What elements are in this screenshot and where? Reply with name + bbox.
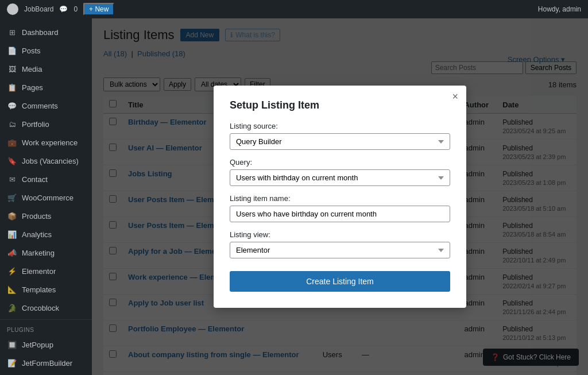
sidebar-item-label: Posts [22, 47, 41, 55]
sidebar-item-templates[interactable]: 📐 Templates [0, 280, 92, 299]
sidebar-item-marketing[interactable]: 📣 Marketing [0, 243, 92, 262]
modal-title: Setup Listing Item [230, 99, 450, 111]
site-name-link[interactable]: JobBoard [24, 5, 53, 13]
sidebar-item-label: JetPopup [22, 341, 53, 349]
modal-overlay: × Setup Listing Item Listing source: Que… [92, 18, 588, 375]
templates-icon: 📐 [7, 284, 17, 295]
elementor-icon: ⚡ [7, 266, 17, 276]
sidebar-item-contact[interactable]: ✉ Contact [0, 170, 92, 188]
create-listing-item-button[interactable]: Create Listing Item [230, 271, 450, 292]
sidebar-item-label: Elementor [22, 267, 56, 276]
sidebar-item-label: Products [22, 212, 51, 221]
sidebar-item-comments[interactable]: 💬 Comments [0, 96, 92, 115]
pages-icon: 📋 [7, 82, 17, 92]
listing-source-select[interactable]: Query BuilderPostsUsersTermsWooCommerce … [230, 133, 450, 150]
sidebar-item-label: Comments [22, 102, 58, 110]
sidebar-item-label: Work experience [22, 138, 78, 147]
sidebar-item-label: Marketing [22, 249, 55, 257]
sidebar-item-label: Jobs (Vacancies) [22, 157, 79, 165]
listing-view-label: Listing view: [230, 230, 450, 239]
listing-item-name-label: Listing item name: [230, 194, 450, 203]
sidebar-item-crocoblock[interactable]: 🐊 Crocoblock [0, 299, 92, 317]
query-group: Query: Users with birthday on current mo… [230, 158, 450, 186]
wp-logo-icon [7, 3, 18, 15]
query-label: Query: [230, 158, 450, 167]
admin-bar-right: Howdy, admin [538, 5, 581, 13]
sidebar-item-label: JetFormBuilder [22, 359, 72, 368]
media-icon: 🖼 [7, 64, 17, 74]
products-icon: 📦 [7, 211, 17, 221]
sidebar: ⊞ Dashboard 📄 Posts 🖼 Media 📋 Pages 💬 Co… [0, 18, 92, 375]
listing-view-select[interactable]: ElementorBlocksPHP [230, 242, 450, 258]
marketing-icon: 📣 [7, 248, 17, 258]
sidebar-item-label: Contact [22, 175, 48, 184]
sidebar-item-products[interactable]: 📦 Products [0, 207, 92, 225]
listing-item-name-input[interactable] [230, 206, 450, 222]
woo-icon: 🛒 [7, 192, 17, 203]
new-button[interactable]: + New [83, 3, 114, 16]
query-select[interactable]: Users with birthday on current monthAll … [230, 169, 450, 186]
posts-icon: 📄 [7, 45, 17, 56]
sidebar-item-media[interactable]: 🖼 Media [0, 60, 92, 78]
sidebar-item-label: Crocoblock [22, 304, 59, 312]
sidebar-item-label: WooCommerce [22, 194, 74, 202]
sidebar-item-woocommerce[interactable]: 🛒 WooCommerce [0, 188, 92, 207]
listing-source-label: Listing source: [230, 122, 450, 130]
portfolio-icon: 🗂 [7, 119, 17, 129]
jetpopup-icon: 🔲 [7, 339, 17, 350]
admin-bar-left: JobBoard 💬 0 + New [7, 3, 114, 16]
sidebar-item-pages[interactable]: 📋 Pages [0, 78, 92, 96]
sidebar-item-label: Analytics [22, 230, 52, 239]
listing-source-group: Listing source: Query BuilderPostsUsersT… [230, 122, 450, 150]
sidebar-item-label: Media [22, 65, 42, 74]
jobs-icon: 🔖 [7, 156, 17, 166]
sidebar-item-jetformbuilder[interactable]: 📝 JetFormBuilder [0, 354, 92, 372]
sidebar-item-elementor[interactable]: ⚡ Elementor [0, 262, 92, 280]
sidebar-item-jobs[interactable]: 🔖 Jobs (Vacancies) [0, 152, 92, 170]
sidebar-item-analytics[interactable]: 📊 Analytics [0, 225, 92, 243]
sidebar-item-label: Pages [22, 83, 43, 92]
listing-item-name-group: Listing item name: [230, 194, 450, 222]
sidebar-item-label: Dashboard [22, 28, 59, 37]
croco-icon: 🐊 [7, 303, 17, 313]
comment-count: 0 [74, 5, 78, 13]
sidebar-divider [0, 319, 92, 320]
analytics-icon: 📊 [7, 229, 17, 239]
listing-view-group: Listing view: ElementorBlocksPHP [230, 230, 450, 258]
modal-close-button[interactable]: × [452, 91, 458, 102]
sidebar-item-work-experience[interactable]: 💼 Work experience [0, 133, 92, 152]
admin-bar: JobBoard 💬 0 + New Howdy, admin [0, 0, 588, 18]
sidebar-item-label: Templates [22, 285, 56, 294]
sidebar-item-posts[interactable]: 📄 Posts [0, 41, 92, 60]
jetformbuilder-icon: 📝 [7, 358, 17, 368]
plugins-section-label: PLUGINS [0, 322, 92, 335]
sidebar-item-portfolio[interactable]: 🗂 Portfolio [0, 115, 92, 133]
sidebar-item-appointments[interactable]: 📅 Appointments [0, 372, 92, 375]
comment-icon: 💬 [59, 5, 68, 13]
sidebar-item-label: Portfolio [22, 120, 49, 129]
work-icon: 💼 [7, 137, 17, 148]
comments-icon: 💬 [7, 100, 17, 111]
contact-icon: ✉ [7, 174, 17, 184]
howdy-label: Howdy, admin [538, 5, 581, 13]
dashboard-icon: ⊞ [7, 27, 17, 37]
sidebar-item-jetpopup[interactable]: 🔲 JetPopup [0, 335, 92, 354]
sidebar-item-dashboard[interactable]: ⊞ Dashboard [0, 23, 92, 41]
setup-listing-item-modal: × Setup Listing Item Listing source: Que… [214, 86, 466, 308]
